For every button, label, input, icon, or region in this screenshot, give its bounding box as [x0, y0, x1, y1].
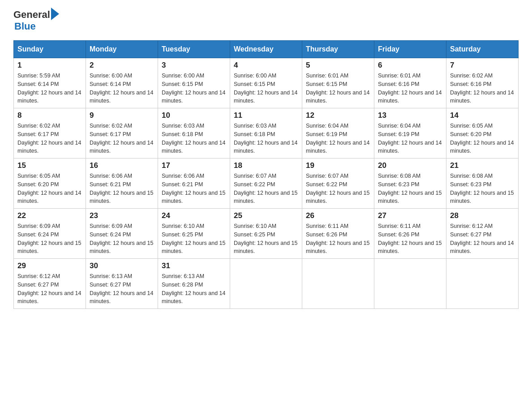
- day-info: Sunrise: 6:10 AMSunset: 6:25 PMDaylight:…: [234, 222, 298, 256]
- day-number: 15: [17, 161, 82, 170]
- day-info: Sunrise: 6:02 AMSunset: 6:17 PMDaylight:…: [17, 122, 82, 155]
- day-number: 28: [450, 211, 515, 220]
- day-number: 10: [162, 111, 226, 120]
- day-info: Sunrise: 6:09 AMSunset: 6:24 PMDaylight:…: [90, 222, 154, 256]
- day-info: Sunrise: 6:01 AMSunset: 6:16 PMDaylight:…: [378, 72, 442, 105]
- day-number: 1: [17, 61, 82, 70]
- calendar-cell: 9Sunrise: 6:02 AMSunset: 6:17 PMDaylight…: [86, 108, 158, 158]
- day-info: Sunrise: 6:04 AMSunset: 6:19 PMDaylight:…: [306, 122, 370, 155]
- calendar-cell: 27Sunrise: 6:11 AMSunset: 6:26 PMDayligh…: [374, 209, 446, 259]
- day-info: Sunrise: 6:05 AMSunset: 6:20 PMDaylight:…: [450, 122, 515, 155]
- day-info: Sunrise: 6:11 AMSunset: 6:26 PMDaylight:…: [306, 222, 370, 256]
- day-number: 4: [234, 61, 298, 70]
- day-number: 9: [90, 111, 154, 120]
- calendar-cell: 18Sunrise: 6:07 AMSunset: 6:22 PMDayligh…: [230, 158, 302, 209]
- day-number: 23: [90, 211, 154, 220]
- logo-general: General: [13, 9, 50, 21]
- calendar-cell: 4Sunrise: 6:00 AMSunset: 6:15 PMDaylight…: [230, 58, 302, 108]
- weekday-header-tuesday: Tuesday: [158, 41, 230, 58]
- calendar-cell: 23Sunrise: 6:09 AMSunset: 6:24 PMDayligh…: [86, 209, 158, 259]
- calendar-cell: 10Sunrise: 6:03 AMSunset: 6:18 PMDayligh…: [158, 108, 230, 158]
- day-info: Sunrise: 6:01 AMSunset: 6:15 PMDaylight:…: [306, 72, 370, 105]
- day-number: 5: [306, 61, 370, 70]
- day-number: 12: [306, 111, 370, 120]
- day-number: 24: [162, 211, 226, 220]
- calendar-cell: 29Sunrise: 6:12 AMSunset: 6:27 PMDayligh…: [14, 259, 86, 309]
- calendar-cell: 13Sunrise: 6:04 AMSunset: 6:19 PMDayligh…: [374, 108, 446, 158]
- calendar-cell: 16Sunrise: 6:06 AMSunset: 6:21 PMDayligh…: [86, 158, 158, 209]
- logo-arrow-icon: [51, 8, 59, 20]
- day-info: Sunrise: 6:05 AMSunset: 6:20 PMDaylight:…: [17, 172, 82, 206]
- day-info: Sunrise: 6:10 AMSunset: 6:25 PMDaylight:…: [162, 222, 226, 256]
- day-info: Sunrise: 6:02 AMSunset: 6:16 PMDaylight:…: [450, 72, 515, 105]
- day-info: Sunrise: 6:03 AMSunset: 6:18 PMDaylight:…: [234, 122, 298, 155]
- calendar-cell: [302, 259, 374, 309]
- calendar-week-row: 1Sunrise: 5:59 AMSunset: 6:14 PMDaylight…: [14, 58, 519, 108]
- day-info: Sunrise: 6:06 AMSunset: 6:21 PMDaylight:…: [162, 172, 226, 206]
- calendar-week-row: 15Sunrise: 6:05 AMSunset: 6:20 PMDayligh…: [14, 158, 519, 209]
- calendar-cell: 25Sunrise: 6:10 AMSunset: 6:25 PMDayligh…: [230, 209, 302, 259]
- day-number: 20: [378, 161, 442, 170]
- day-info: Sunrise: 6:03 AMSunset: 6:18 PMDaylight:…: [162, 122, 226, 155]
- calendar-cell: 24Sunrise: 6:10 AMSunset: 6:25 PMDayligh…: [158, 209, 230, 259]
- calendar-cell: 15Sunrise: 6:05 AMSunset: 6:20 PMDayligh…: [14, 158, 86, 209]
- page-header: General Blue: [13, 9, 519, 32]
- day-number: 16: [90, 161, 154, 170]
- calendar-week-row: 8Sunrise: 6:02 AMSunset: 6:17 PMDaylight…: [14, 108, 519, 158]
- logo-blue: Blue: [14, 21, 59, 32]
- calendar-cell: 2Sunrise: 6:00 AMSunset: 6:14 PMDaylight…: [86, 58, 158, 108]
- calendar-cell: 21Sunrise: 6:08 AMSunset: 6:23 PMDayligh…: [446, 158, 519, 209]
- day-number: 2: [90, 61, 154, 70]
- calendar-cell: [374, 259, 446, 309]
- day-info: Sunrise: 6:13 AMSunset: 6:28 PMDaylight:…: [162, 272, 226, 306]
- day-info: Sunrise: 6:00 AMSunset: 6:14 PMDaylight:…: [90, 72, 154, 105]
- day-info: Sunrise: 6:12 AMSunset: 6:27 PMDaylight:…: [450, 222, 515, 256]
- day-info: Sunrise: 6:09 AMSunset: 6:24 PMDaylight:…: [17, 222, 82, 256]
- day-number: 6: [378, 61, 442, 70]
- day-info: Sunrise: 6:08 AMSunset: 6:23 PMDaylight:…: [378, 172, 442, 206]
- day-info: Sunrise: 6:00 AMSunset: 6:15 PMDaylight:…: [234, 72, 298, 105]
- calendar-cell: 1Sunrise: 5:59 AMSunset: 6:14 PMDaylight…: [14, 58, 86, 108]
- logo: General Blue: [13, 9, 59, 32]
- day-info: Sunrise: 6:00 AMSunset: 6:15 PMDaylight:…: [162, 72, 226, 105]
- day-number: 22: [17, 211, 82, 220]
- day-number: 17: [162, 161, 226, 170]
- day-info: Sunrise: 6:04 AMSunset: 6:19 PMDaylight:…: [378, 122, 442, 155]
- day-info: Sunrise: 5:59 AMSunset: 6:14 PMDaylight:…: [17, 72, 82, 105]
- calendar-cell: 20Sunrise: 6:08 AMSunset: 6:23 PMDayligh…: [374, 158, 446, 209]
- day-info: Sunrise: 6:07 AMSunset: 6:22 PMDaylight:…: [234, 172, 298, 206]
- day-number: 18: [234, 161, 298, 170]
- calendar-cell: 5Sunrise: 6:01 AMSunset: 6:15 PMDaylight…: [302, 58, 374, 108]
- calendar-cell: 31Sunrise: 6:13 AMSunset: 6:28 PMDayligh…: [158, 259, 230, 309]
- day-info: Sunrise: 6:07 AMSunset: 6:22 PMDaylight:…: [306, 172, 370, 206]
- weekday-header-row: SundayMondayTuesdayWednesdayThursdayFrid…: [14, 41, 519, 58]
- calendar-cell: 22Sunrise: 6:09 AMSunset: 6:24 PMDayligh…: [14, 209, 86, 259]
- calendar-cell: 11Sunrise: 6:03 AMSunset: 6:18 PMDayligh…: [230, 108, 302, 158]
- calendar-week-row: 22Sunrise: 6:09 AMSunset: 6:24 PMDayligh…: [14, 209, 519, 259]
- day-info: Sunrise: 6:12 AMSunset: 6:27 PMDaylight:…: [17, 272, 82, 306]
- weekday-header-thursday: Thursday: [302, 41, 374, 58]
- day-number: 29: [17, 261, 82, 270]
- weekday-header-saturday: Saturday: [446, 41, 519, 58]
- day-number: 3: [162, 61, 226, 70]
- calendar-cell: 17Sunrise: 6:06 AMSunset: 6:21 PMDayligh…: [158, 158, 230, 209]
- calendar-cell: 26Sunrise: 6:11 AMSunset: 6:26 PMDayligh…: [302, 209, 374, 259]
- day-number: 31: [162, 261, 226, 270]
- day-number: 7: [450, 61, 515, 70]
- weekday-header-friday: Friday: [374, 41, 446, 58]
- calendar-table: SundayMondayTuesdayWednesdayThursdayFrid…: [13, 40, 519, 309]
- calendar-cell: 7Sunrise: 6:02 AMSunset: 6:16 PMDaylight…: [446, 58, 519, 108]
- calendar-cell: [230, 259, 302, 309]
- day-info: Sunrise: 6:06 AMSunset: 6:21 PMDaylight:…: [90, 172, 154, 206]
- calendar-week-row: 29Sunrise: 6:12 AMSunset: 6:27 PMDayligh…: [14, 259, 519, 309]
- day-number: 11: [234, 111, 298, 120]
- calendar-cell: 30Sunrise: 6:13 AMSunset: 6:27 PMDayligh…: [86, 259, 158, 309]
- weekday-header-sunday: Sunday: [14, 41, 86, 58]
- day-number: 21: [450, 161, 515, 170]
- calendar-cell: 19Sunrise: 6:07 AMSunset: 6:22 PMDayligh…: [302, 158, 374, 209]
- day-info: Sunrise: 6:13 AMSunset: 6:27 PMDaylight:…: [90, 272, 154, 306]
- weekday-header-wednesday: Wednesday: [230, 41, 302, 58]
- calendar-cell: 28Sunrise: 6:12 AMSunset: 6:27 PMDayligh…: [446, 209, 519, 259]
- calendar-cell: 3Sunrise: 6:00 AMSunset: 6:15 PMDaylight…: [158, 58, 230, 108]
- day-number: 19: [306, 161, 370, 170]
